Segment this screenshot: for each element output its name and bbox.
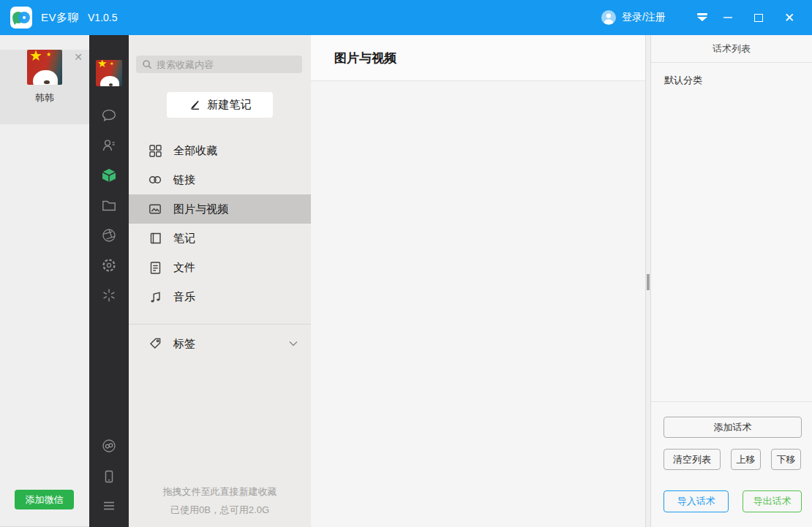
scripts-panel: 话术列表 默认分类 添加话术 清空列表 上移 下移 导入话术 导出话术 (651, 35, 812, 527)
pencil-icon (189, 99, 201, 111)
account-name: 韩韩 (0, 91, 89, 105)
account-avatar: ★★ (27, 50, 62, 85)
link-circle-icon[interactable] (101, 438, 117, 454)
move-up-button[interactable]: 上移 (731, 449, 761, 470)
phone-icon[interactable] (101, 469, 117, 485)
moments-icon[interactable] (101, 227, 117, 243)
tags-label: 标签 (173, 337, 195, 351)
favorites-nav-list: 全部收藏 链接 图片与视频 (129, 136, 311, 311)
script-category-item[interactable]: 默认分类 (664, 74, 812, 87)
app-version: V1.0.5 (88, 12, 117, 23)
menu-icon[interactable] (101, 498, 117, 514)
tags-row[interactable]: 标签 (129, 325, 311, 363)
link-icon (148, 172, 162, 187)
nav-item-label: 文件 (173, 261, 195, 275)
image-icon (148, 202, 162, 216)
nav-item-all[interactable]: 全部收藏 (129, 136, 311, 165)
add-wechat-button[interactable]: 添加微信 (15, 490, 74, 509)
user-circle-icon (601, 10, 616, 25)
clear-list-button[interactable]: 清空列表 (663, 449, 721, 470)
page-title: 图片与视频 (334, 50, 396, 67)
splitter-handle-icon[interactable] (647, 274, 650, 290)
folder-icon[interactable] (101, 197, 117, 213)
maximize-icon (754, 14, 763, 22)
music-icon (148, 289, 162, 304)
app-window: EV多聊 V1.0.5 登录/注册 ✕ ✕ (0, 0, 812, 527)
app-title: EV多聊 (41, 11, 79, 25)
nav-item-label: 图片与视频 (173, 202, 228, 216)
search-icon (142, 59, 152, 69)
nav-item-label: 链接 (173, 173, 195, 187)
chat-icon[interactable] (101, 107, 117, 124)
skin-dropdown-icon[interactable] (696, 13, 708, 22)
app-logo-icon (10, 7, 32, 29)
nav-item-links[interactable]: 链接 (129, 165, 311, 194)
close-icon: ✕ (784, 12, 794, 24)
favorites-nav-panel: 新建笔记 全部收藏 链接 (129, 35, 311, 527)
storage-info: 已使用0B，总可用2.0G (129, 504, 311, 517)
account-close-icon[interactable]: ✕ (74, 52, 83, 62)
content-header: 图片与视频 (311, 35, 645, 81)
nav-item-images-videos[interactable]: 图片与视频 (129, 194, 311, 224)
sidebar-avatar[interactable]: ★★ (96, 60, 122, 86)
file-icon (148, 260, 162, 275)
nav-item-notes[interactable]: 笔记 (129, 224, 311, 253)
nav-item-files[interactable]: 文件 (129, 253, 311, 282)
sparkle-icon[interactable] (101, 287, 117, 303)
nav-item-music[interactable]: 音乐 (129, 282, 311, 311)
content-panel: 图片与视频 (311, 35, 645, 527)
scripts-panel-footer: 添加话术 清空列表 上移 下移 导入话术 导出话术 (651, 401, 812, 527)
nav-item-label: 笔记 (173, 232, 195, 246)
contacts-icon[interactable] (101, 137, 117, 153)
nav-item-label: 全部收藏 (173, 144, 217, 158)
tag-icon (148, 336, 162, 351)
nav-item-label: 音乐 (173, 290, 195, 304)
drop-hint: 拖拽文件至此直接新建收藏 (129, 485, 311, 498)
accounts-panel: ✕ ★★ 韩韩 添加微信 (0, 35, 89, 527)
main-sidebar: ★★ (89, 35, 129, 527)
export-scripts-button[interactable]: 导出话术 (743, 490, 802, 512)
move-down-button[interactable]: 下移 (771, 449, 801, 470)
chevron-down-icon (289, 341, 298, 346)
search-input[interactable] (157, 59, 296, 70)
minimize-icon (723, 17, 732, 18)
add-script-button[interactable]: 添加话术 (663, 417, 802, 438)
login-register-label: 登录/注册 (622, 11, 666, 24)
account-cell[interactable]: ✕ ★★ 韩韩 (0, 50, 89, 124)
titlebar: EV多聊 V1.0.5 登录/注册 ✕ (0, 0, 812, 35)
scripts-panel-title: 话术列表 (651, 35, 812, 63)
search-box (136, 56, 302, 73)
panel-splitter[interactable] (645, 35, 651, 527)
import-scripts-button[interactable]: 导入话术 (663, 490, 729, 512)
login-register-button[interactable]: 登录/注册 (601, 10, 666, 25)
settings-icon[interactable] (101, 257, 117, 273)
note-icon (148, 231, 162, 246)
grid-icon (148, 143, 162, 158)
minimize-button[interactable] (717, 7, 739, 29)
favorites-cube-icon[interactable] (101, 167, 117, 183)
new-note-label: 新建笔记 (208, 98, 252, 112)
maximize-button[interactable] (748, 7, 770, 29)
close-button[interactable]: ✕ (778, 7, 800, 29)
new-note-button[interactable]: 新建笔记 (167, 92, 273, 118)
